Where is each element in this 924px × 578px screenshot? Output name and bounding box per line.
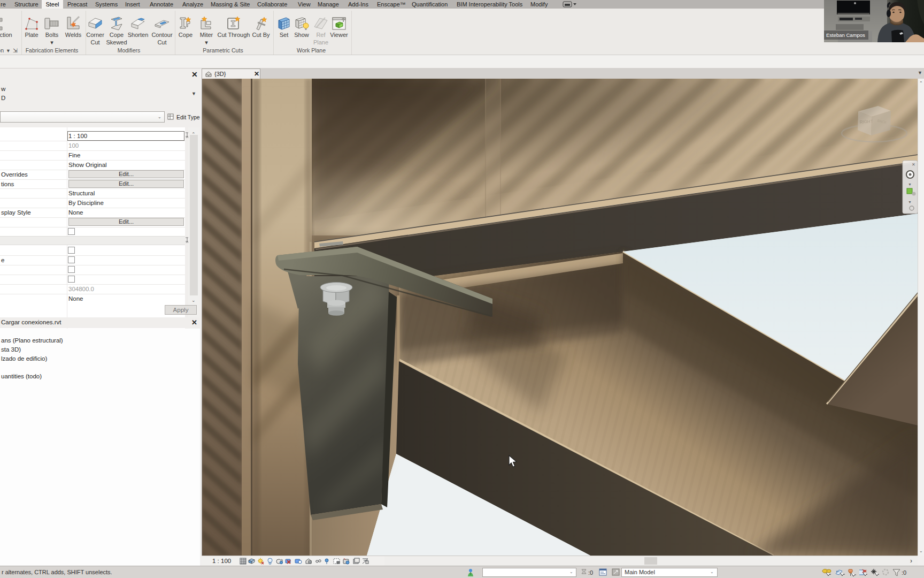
svg-text::0: :0 [588,569,593,576]
svg-text:RIGHT: RIGHT [859,119,873,125]
svg-text:✕: ✕ [912,162,915,167]
svg-text:▼: ▼ [908,200,912,204]
svg-text::0: :0 [902,569,906,576]
svg-text:▼: ▼ [908,182,912,186]
svg-text:Esteban Campos: Esteban Campos [826,32,865,38]
